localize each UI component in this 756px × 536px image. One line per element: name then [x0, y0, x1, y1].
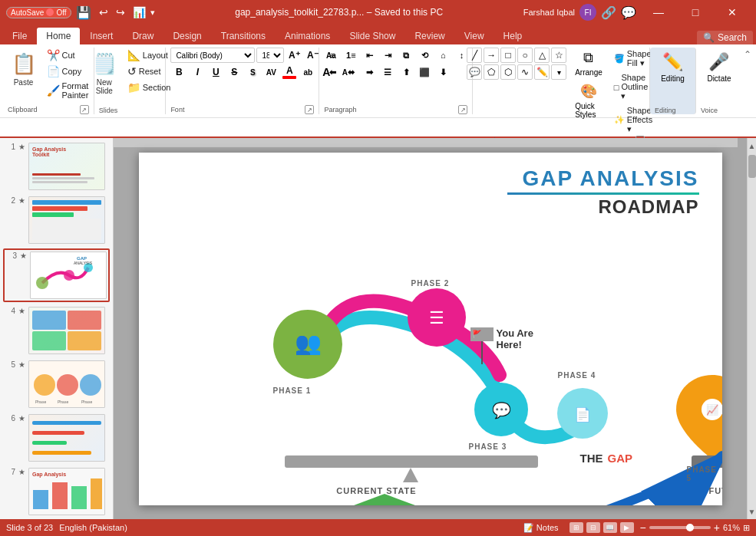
- font-color-btn[interactable]: A: [281, 64, 298, 80]
- new-slide-button[interactable]: 🗒️ New Slide: [86, 48, 123, 100]
- slide-thumbnail-3[interactable]: 3 ★ GAP ANALYSIS: [3, 248, 110, 302]
- shape-fill-btn[interactable]: 🪣Shape Fill ▾: [611, 48, 655, 70]
- italic-btn[interactable]: I: [189, 64, 206, 80]
- autosave-toggle[interactable]: AutoSave Off: [6, 7, 71, 18]
- numbering-btn[interactable]: 1≡: [342, 48, 359, 63]
- search-box[interactable]: 🔍 Search: [697, 31, 753, 44]
- tab-file[interactable]: File: [3, 28, 36, 44]
- close-btn[interactable]: ✕: [715, 0, 750, 25]
- share-icon[interactable]: 🔗: [601, 5, 616, 20]
- font-family-select[interactable]: Calibri (Body): [170, 48, 255, 63]
- slide-canvas[interactable]: 👥 ☰ 💬 📄 📈: [139, 153, 722, 505]
- shape-arrow[interactable]: →: [484, 48, 499, 63]
- slide-number-1: 1: [5, 143, 15, 151]
- zoom-fit-btn[interactable]: ⊞: [743, 523, 750, 533]
- tab-transitions[interactable]: Transitions: [212, 28, 275, 44]
- shadow-btn[interactable]: S: [244, 64, 261, 80]
- justify-btn[interactable]: ☰: [379, 64, 396, 80]
- minimize-btn[interactable]: —: [641, 0, 676, 25]
- redo-btn[interactable]: ↪: [113, 5, 128, 20]
- notes-btn[interactable]: 📝 Notes: [519, 522, 563, 534]
- align-middle-btn[interactable]: ⬛: [416, 64, 433, 80]
- shape-freeform[interactable]: ✏️: [534, 64, 550, 80]
- text-highlight-btn[interactable]: ab: [299, 64, 316, 80]
- shape-circle[interactable]: ○: [517, 48, 533, 63]
- paste-button[interactable]: 📋 Paste: [5, 48, 42, 91]
- align-center-btn[interactable]: ⬌: [342, 64, 359, 80]
- slide-thumbnail-7[interactable]: 7 ★ Gap Analysis: [3, 466, 110, 517]
- scroll-down-btn[interactable]: ▼: [748, 504, 756, 519]
- decrease-font-btn[interactable]: A⁻: [304, 48, 321, 63]
- text-direction-btn[interactable]: ⟲: [416, 48, 433, 63]
- slide-thumbnail-1[interactable]: 1 ★ Gap AnalysisToolkit: [3, 141, 110, 192]
- comments-icon[interactable]: 💬: [621, 5, 636, 20]
- tab-slideshow[interactable]: Slide Show: [340, 28, 404, 44]
- zoom-out-btn[interactable]: −: [640, 521, 646, 534]
- slide-image-1: Gap AnalysisToolkit: [28, 143, 105, 190]
- slide-thumbnail-2[interactable]: 2 ★: [3, 195, 110, 245]
- tab-help[interactable]: Help: [494, 28, 532, 44]
- tab-design[interactable]: Design: [163, 28, 210, 44]
- shape-outline-btn[interactable]: □Shape Outline ▾: [611, 71, 655, 103]
- tab-view[interactable]: View: [455, 28, 494, 44]
- columns-btn[interactable]: ⧉: [398, 48, 414, 63]
- decrease-indent-btn[interactable]: ⇤: [361, 48, 378, 63]
- right-scrollbar[interactable]: ▲ ▼: [747, 138, 756, 519]
- zoom-slider[interactable]: [649, 526, 711, 529]
- shape-effects-btn[interactable]: ✨Shape Effects ▾: [611, 104, 655, 136]
- scroll-up-btn[interactable]: ▲: [748, 138, 756, 153]
- tab-home[interactable]: Home: [37, 28, 80, 44]
- bullets-btn[interactable]: ≡: [324, 48, 341, 63]
- arrange-button[interactable]: ⧉ Arrange: [571, 48, 606, 79]
- shapes-more[interactable]: ▾: [551, 64, 566, 80]
- slide-sorter-btn[interactable]: ⊟: [586, 522, 600, 533]
- font-dialog-launcher[interactable]: ↗: [305, 105, 314, 114]
- undo-btn[interactable]: ↩: [96, 5, 111, 20]
- char-spacing-btn[interactable]: AV: [262, 64, 279, 80]
- shape-hex[interactable]: ⬡: [500, 64, 516, 80]
- shape-callout[interactable]: 💬: [467, 64, 482, 80]
- align-top-btn[interactable]: ⬆: [398, 64, 414, 80]
- shape-triangle[interactable]: △: [534, 48, 550, 63]
- slideshow-btn[interactable]: ▶: [620, 522, 634, 533]
- ribbon-collapse[interactable]: ⌃: [742, 48, 753, 114]
- tab-animations[interactable]: Animations: [276, 28, 339, 44]
- convert-btn[interactable]: ⌂: [434, 48, 451, 63]
- bold-btn[interactable]: B: [170, 64, 187, 80]
- cut-button[interactable]: ✂️ Cut: [44, 48, 92, 63]
- save-icon[interactable]: 💾: [76, 5, 91, 20]
- font-size-select[interactable]: 18: [256, 48, 284, 63]
- editing-button[interactable]: ✏️ Editing: [655, 48, 691, 87]
- quick-styles-button[interactable]: 🎨 Quick Styles: [571, 81, 606, 121]
- zoom-thumb[interactable]: [686, 524, 694, 531]
- format-painter-button[interactable]: 🖌️ Format Painter: [44, 80, 92, 101]
- normal-view-btn[interactable]: ⊞: [569, 522, 583, 533]
- underline-btn[interactable]: U: [207, 64, 224, 80]
- more-tools-btn[interactable]: ▾: [150, 8, 155, 18]
- zoom-in-btn[interactable]: +: [714, 521, 720, 534]
- increase-font-btn[interactable]: A⁺: [286, 48, 302, 63]
- collapse-icon[interactable]: ⌃: [744, 49, 751, 60]
- slide-thumbnail-5[interactable]: 5 ★ Phase Phase Phase: [3, 359, 110, 409]
- reading-view-btn[interactable]: 📖: [603, 522, 617, 533]
- shape-line[interactable]: ╱: [467, 48, 482, 63]
- copy-button[interactable]: 📄 Copy: [44, 64, 92, 79]
- slide-thumbnail-6[interactable]: 6 ★: [3, 413, 110, 463]
- shape-pentagon[interactable]: ⬠: [484, 64, 499, 80]
- align-left-btn[interactable]: ⬅: [324, 64, 341, 80]
- shape-rect[interactable]: □: [500, 48, 516, 63]
- shape-star[interactable]: ☆: [551, 48, 566, 63]
- strikethrough-btn[interactable]: S: [226, 64, 243, 80]
- increase-indent-btn[interactable]: ⇥: [379, 48, 396, 63]
- tab-insert[interactable]: Insert: [81, 28, 122, 44]
- align-bottom-btn[interactable]: ⬇: [434, 64, 451, 80]
- dictate-button[interactable]: 🎤 Dictate: [699, 48, 738, 87]
- slide-thumbnail-4[interactable]: 4 ★: [3, 305, 110, 356]
- status-right: 📝 Notes ⊞ ⊟ 📖 ▶ − + 61% ⊞: [519, 521, 750, 534]
- tab-review[interactable]: Review: [405, 28, 454, 44]
- scroll-thumb[interactable]: [748, 155, 756, 178]
- shape-curve[interactable]: ∿: [517, 64, 533, 80]
- tab-draw[interactable]: Draw: [123, 28, 163, 44]
- align-right-btn[interactable]: ➡: [361, 64, 378, 80]
- maximize-btn[interactable]: □: [678, 0, 713, 25]
